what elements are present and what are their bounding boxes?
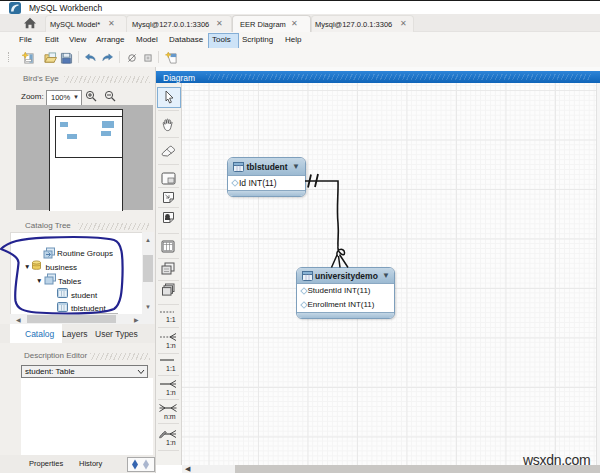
svg-text:1:n: 1:n — [166, 439, 176, 446]
svg-text:n:m: n:m — [164, 413, 176, 420]
svg-text:1:1: 1:1 — [166, 365, 176, 372]
svg-text:1:n: 1:n — [166, 389, 176, 396]
svg-text:1:n: 1:n — [166, 342, 176, 349]
svg-text:1:1: 1:1 — [166, 316, 176, 323]
